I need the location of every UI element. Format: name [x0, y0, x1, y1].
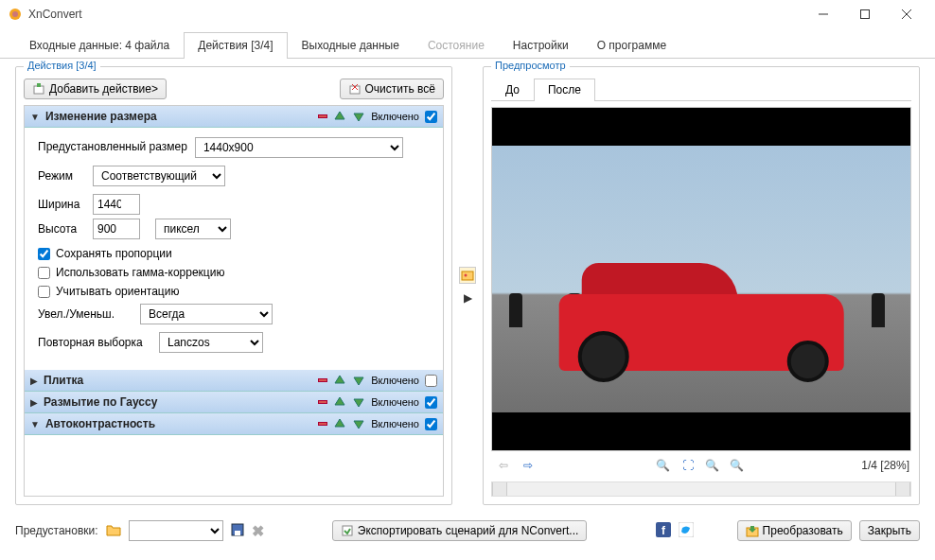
remove-action-icon[interactable] — [318, 114, 327, 118]
move-up-icon[interactable] — [333, 395, 346, 409]
remove-action-icon[interactable] — [318, 378, 327, 382]
folder-icon[interactable] — [106, 523, 121, 539]
zoom-100-icon[interactable]: 🔍 — [702, 455, 723, 476]
remove-action-icon[interactable] — [318, 422, 327, 426]
preset-label: Предустановленный размер — [38, 140, 187, 155]
actions-panel-title: Действия [3/4] — [24, 60, 100, 71]
tab-before[interactable]: До — [491, 79, 534, 100]
zoom-in-icon[interactable]: 🔍 — [653, 455, 674, 476]
action-name: Плитка — [44, 374, 312, 387]
tab-after[interactable]: После — [534, 79, 595, 101]
height-input[interactable] — [93, 219, 140, 239]
resample-label: Повторная выборка — [38, 336, 151, 349]
zoom-out-icon[interactable]: 🔍 — [727, 455, 748, 476]
action-header-tile[interactable]: ▶ Плитка Включено — [25, 370, 443, 392]
zoom-fit-icon[interactable]: ⛶ — [678, 455, 698, 476]
action-enabled-checkbox[interactable] — [425, 375, 437, 387]
presets-label: Предустановки: — [15, 524, 98, 537]
close-label: Закрыть — [868, 524, 911, 537]
move-up-icon[interactable] — [333, 417, 346, 430]
prev-image-button[interactable]: ⇦ — [493, 455, 514, 476]
app-icon — [8, 7, 23, 22]
expand-icon: ▶ — [30, 397, 38, 408]
resample-select[interactable]: Lanczos — [159, 332, 263, 353]
keep-ratio-checkbox[interactable] — [38, 248, 50, 260]
action-name: Автоконтрастность — [45, 417, 312, 430]
tab-input[interactable]: Входные данные: 4 файла — [15, 32, 184, 58]
clear-icon — [348, 82, 362, 96]
enabled-label: Включено — [371, 111, 419, 122]
tab-about[interactable]: О программе — [583, 32, 680, 58]
unit-select[interactable]: пиксел — [155, 219, 231, 239]
svg-rect-14 — [235, 531, 240, 535]
preset-select[interactable]: 1440x900 — [195, 137, 403, 158]
svg-rect-7 — [37, 83, 41, 87]
expand-arrow-icon[interactable]: ▶ — [464, 291, 472, 305]
move-up-icon[interactable] — [333, 374, 346, 387]
tab-status: Состояние — [414, 32, 499, 58]
move-up-icon[interactable] — [333, 110, 346, 123]
close-button[interactable] — [886, 0, 927, 28]
presets-select[interactable] — [129, 520, 223, 541]
action-name: Размытие по Гауссу — [44, 395, 312, 409]
maximize-button[interactable] — [844, 0, 886, 28]
move-down-icon[interactable] — [352, 374, 365, 387]
svg-rect-6 — [34, 86, 44, 94]
preview-toggle-icon[interactable] — [459, 267, 476, 284]
tab-output[interactable]: Выходные данные — [288, 32, 414, 58]
export-button[interactable]: Экспортировать сценарий для NConvert... — [332, 520, 588, 541]
action-header-blur[interactable]: ▶ Размытие по Гауссу Включено — [25, 392, 443, 413]
preview-status: 1/4 [28%] — [861, 459, 909, 472]
minimize-button[interactable] — [803, 0, 844, 28]
enabled-label: Включено — [371, 396, 419, 408]
save-icon[interactable] — [231, 523, 244, 539]
window-title: XnConvert — [28, 8, 803, 21]
action-enabled-checkbox[interactable] — [425, 396, 437, 409]
action-header-resize[interactable]: ▼ Изменение размера Включено — [25, 106, 443, 128]
collapse-icon: ▼ — [30, 419, 40, 429]
svg-point-1 — [12, 11, 18, 17]
keep-ratio-label: Сохранять пропорции — [56, 247, 172, 260]
enabled-label: Включено — [371, 375, 419, 386]
enlarge-label: Увел./Уменьш. — [38, 307, 132, 321]
horizontal-scrollbar[interactable] — [491, 481, 911, 497]
gamma-checkbox[interactable] — [38, 267, 50, 279]
close-app-button[interactable]: Закрыть — [859, 520, 920, 541]
move-down-icon[interactable] — [352, 110, 365, 123]
action-enabled-checkbox[interactable] — [425, 418, 437, 430]
tab-actions[interactable]: Действия [3/4] — [184, 32, 287, 59]
delete-icon[interactable]: ✖ — [252, 522, 264, 540]
preview-panel-title: Предпросмотр — [491, 60, 570, 71]
mode-select[interactable]: Соответствующий — [93, 166, 225, 186]
height-label: Высота — [38, 222, 85, 236]
orient-checkbox[interactable] — [38, 286, 50, 298]
convert-icon — [746, 524, 759, 537]
mode-label: Режим — [38, 169, 85, 183]
enabled-label: Включено — [371, 418, 419, 429]
width-input[interactable] — [93, 194, 140, 215]
twitter-icon[interactable] — [679, 522, 694, 540]
add-action-label: Добавить действие> — [49, 82, 158, 96]
tab-settings[interactable]: Настройки — [499, 32, 583, 58]
expand-icon: ▶ — [30, 376, 38, 386]
export-label: Экспортировать сценарий для NConvert... — [358, 524, 579, 537]
collapse-icon: ▼ — [30, 112, 40, 122]
svg-rect-3 — [861, 10, 870, 19]
remove-action-icon[interactable] — [318, 400, 327, 404]
enlarge-select[interactable]: Всегда — [140, 304, 273, 324]
export-icon — [341, 524, 354, 537]
facebook-icon[interactable]: f — [656, 522, 671, 540]
clear-all-button[interactable]: Очистить всё — [340, 79, 444, 99]
svg-point-12 — [465, 274, 468, 277]
convert-button[interactable]: Преобразовать — [737, 520, 852, 541]
add-action-button[interactable]: Добавить действие> — [24, 79, 167, 99]
action-header-autocontrast[interactable]: ▼ Автоконтрастность Включено — [25, 413, 443, 435]
add-icon — [32, 82, 45, 96]
convert-label: Преобразовать — [763, 524, 843, 537]
next-image-button[interactable]: ⇨ — [518, 455, 538, 476]
clear-all-label: Очистить всё — [365, 82, 435, 96]
orient-label: Учитывать ориентацию — [56, 285, 179, 298]
move-down-icon[interactable] — [352, 417, 365, 430]
move-down-icon[interactable] — [352, 395, 365, 409]
action-enabled-checkbox[interactable] — [425, 111, 437, 123]
